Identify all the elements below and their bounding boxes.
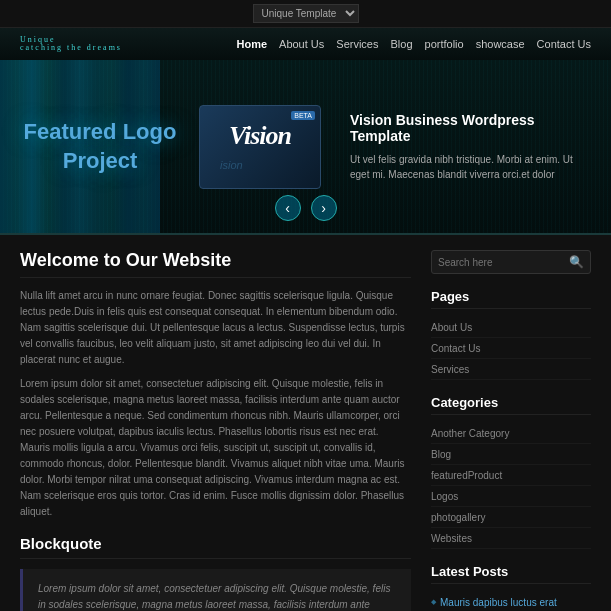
- top-bar: Unique Template: [0, 0, 611, 28]
- post-link-1[interactable]: Mauris dapibus luctus erat: [440, 596, 557, 610]
- vision-underline-graphic: ision: [220, 155, 300, 173]
- list-item: featuredProduct: [431, 465, 591, 486]
- welcome-section: Welcome to Our Website Nulla lift amet a…: [20, 250, 411, 520]
- latest-posts-heading: Latest Posts: [431, 564, 591, 584]
- list-item: Mauris dapibus luctus erat: [431, 592, 591, 611]
- slider-nav: ‹ ›: [275, 195, 337, 221]
- vision-beta-badge: BETA: [291, 111, 315, 120]
- nav-about[interactable]: About Us: [279, 38, 324, 50]
- cat-another[interactable]: Another Category: [431, 428, 509, 439]
- categories-section: Categories Another Category Blog feature…: [431, 395, 591, 549]
- categories-heading: Categories: [431, 395, 591, 415]
- blockquote-text: Lorem ipsum dolor sit amet, consectetuer…: [38, 581, 396, 611]
- vision-logo-wrap: BETA Vision ision: [195, 105, 325, 189]
- nav-showcase[interactable]: showcase: [476, 38, 525, 50]
- featured-line1: Featured Logo: [24, 119, 177, 144]
- list-item: Logos: [431, 486, 591, 507]
- hero-title: Vision Business Wordpress Template: [350, 112, 591, 144]
- sidebar: 🔍 Pages About Us Contact Us Services Cat…: [431, 250, 591, 611]
- template-select[interactable]: Unique Template: [253, 4, 359, 23]
- next-button[interactable]: ›: [311, 195, 337, 221]
- cat-websites[interactable]: Websites: [431, 533, 472, 544]
- pages-list: About Us Contact Us Services: [431, 317, 591, 380]
- list-item: Another Category: [431, 423, 591, 444]
- list-item: Services: [431, 359, 591, 380]
- nav-portfolio[interactable]: portfolio: [425, 38, 464, 50]
- latest-posts-list: Mauris dapibus luctus erat Mauris dapibu…: [431, 592, 591, 611]
- hero-description: Vision Business Wordpress Template Ut ve…: [340, 112, 591, 182]
- main-layout: Welcome to Our Website Nulla lift amet a…: [0, 235, 611, 611]
- hero-body: Ut vel felis gravida nibh tristique. Mor…: [350, 152, 591, 182]
- main-nav: Home About Us Services Blog portfolio sh…: [236, 38, 591, 50]
- svg-text:ision: ision: [220, 159, 243, 171]
- site-logo: Unique catching the dreams: [20, 36, 122, 52]
- nav-blog[interactable]: Blog: [390, 38, 412, 50]
- nav-home[interactable]: Home: [236, 38, 267, 50]
- blockquote-section: Blockquote Lorem ipsum dolor sit amet, c…: [20, 535, 411, 611]
- list-item: About Us: [431, 317, 591, 338]
- featured-logo-text: Featured Logo Project: [20, 118, 180, 175]
- featured-line2: Project: [63, 148, 138, 173]
- page-link-about[interactable]: About Us: [431, 322, 472, 333]
- pages-heading: Pages: [431, 289, 591, 309]
- main-content: Welcome to Our Website Nulla lift amet a…: [20, 250, 431, 611]
- cat-featured[interactable]: featuredProduct: [431, 470, 502, 481]
- vision-logo: Vision: [229, 121, 291, 151]
- search-input[interactable]: [438, 257, 569, 268]
- page-link-contact[interactable]: Contact Us: [431, 343, 480, 354]
- blockquote-heading: Blockquote: [20, 535, 411, 559]
- prev-button[interactable]: ‹: [275, 195, 301, 221]
- pages-section: Pages About Us Contact Us Services: [431, 289, 591, 380]
- logo-sub: catching the dreams: [20, 44, 122, 52]
- nav-contact[interactable]: Contact Us: [537, 38, 591, 50]
- search-box[interactable]: 🔍: [431, 250, 591, 274]
- search-icon: 🔍: [569, 255, 584, 269]
- page-link-services[interactable]: Services: [431, 364, 469, 375]
- cat-blog[interactable]: Blog: [431, 449, 451, 460]
- header: Unique catching the dreams Home About Us…: [0, 28, 611, 60]
- cat-logos[interactable]: Logos: [431, 491, 458, 502]
- blockquote-box: Lorem ipsum dolor sit amet, consectetuer…: [20, 569, 411, 611]
- welcome-para2: Lorem ipsum dolor sit amet, consectetuer…: [20, 376, 411, 520]
- latest-posts-section: Latest Posts Mauris dapibus luctus erat …: [431, 564, 591, 611]
- list-item: Websites: [431, 528, 591, 549]
- welcome-heading: Welcome to Our Website: [20, 250, 411, 278]
- cat-photo[interactable]: photogallery: [431, 512, 485, 523]
- list-item: Blog: [431, 444, 591, 465]
- nav-services[interactable]: Services: [336, 38, 378, 50]
- categories-list: Another Category Blog featuredProduct Lo…: [431, 423, 591, 549]
- list-item: photogallery: [431, 507, 591, 528]
- hero-slider: Featured Logo Project BETA Vision ision …: [0, 60, 611, 235]
- welcome-para1: Nulla lift amet arcu in nunc ornare feug…: [20, 288, 411, 368]
- vision-logo-box: BETA Vision ision: [199, 105, 321, 189]
- list-item: Contact Us: [431, 338, 591, 359]
